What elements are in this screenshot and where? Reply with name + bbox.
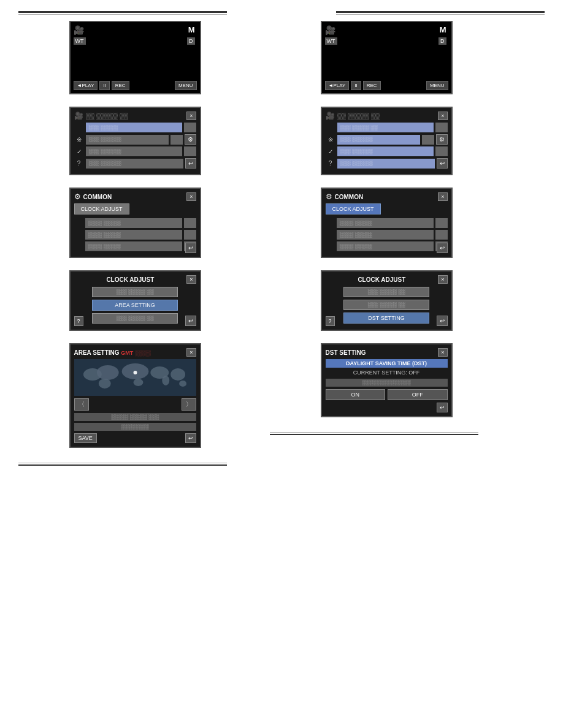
area-gmt-label: GMT xyxy=(121,350,133,356)
common-close-2[interactable]: × xyxy=(438,192,447,201)
area-save-btn[interactable]: SAVE xyxy=(74,433,97,443)
clock-adjust-btn-1[interactable]: CLOCK ADJUST xyxy=(74,203,129,214)
area-nav-left[interactable]: 〈 xyxy=(74,398,89,411)
pause-button-1[interactable]: II xyxy=(99,81,109,90)
common-item-2-1[interactable]: ░░░░ ░░░░░ xyxy=(337,218,434,228)
menu-item-2-1[interactable]: ░░░ ░░░░░ ░░ xyxy=(337,123,434,132)
menu-item-1-2[interactable]: ░░░ ░░░░░░ xyxy=(86,135,169,145)
dst-time-bar: ░░░░░░░░░░░░░░ xyxy=(326,379,448,387)
common-close-1[interactable]: × xyxy=(186,192,196,201)
menu-gear-2[interactable]: ⚙ xyxy=(436,134,448,145)
menu-item-2-3[interactable]: ░░░ ░░░░░░ xyxy=(337,146,434,156)
wt-label-1: WT xyxy=(74,37,86,45)
common-title-1: COMMON xyxy=(83,194,187,200)
mode-indicator-2: M xyxy=(440,25,446,34)
svg-point-5 xyxy=(133,379,143,386)
left-camera-panel-1: 🎥 M WT D ◄PLAY II REC MENU xyxy=(18,21,251,94)
menu-item-2-4[interactable]: ░░░ ░░░░░░ xyxy=(337,159,435,169)
menu-item-2-1b xyxy=(435,123,448,132)
play-button-2[interactable]: ◄PLAY xyxy=(325,81,350,90)
menu-close-1[interactable]: × xyxy=(186,112,196,120)
menu-button-1[interactable]: MENU xyxy=(175,81,197,90)
menu-side-q-1: ? xyxy=(74,160,84,167)
area-return-btn[interactable]: ↩ xyxy=(185,433,196,443)
play-button-1[interactable]: ◄PLAY xyxy=(74,81,98,90)
menu-item-1-3[interactable]: ░░░ ░░░░░░ xyxy=(86,146,182,156)
menu-item-1-1[interactable]: ░░░ ░░░░░ xyxy=(86,123,182,132)
pause-button-2[interactable]: II xyxy=(351,81,361,90)
common-return-2[interactable]: ↩ xyxy=(437,243,448,253)
area-location-1: ░░░░░ ░░░░░ ░░░ xyxy=(74,413,196,421)
clock-title-1: CLOCK ADJUST xyxy=(74,276,187,283)
common-return-1[interactable]: ↩ xyxy=(185,243,196,253)
common-gear-icon-2: ⚙ xyxy=(326,192,332,201)
svg-point-2 xyxy=(96,365,118,380)
clock-screen-1: CLOCK ADJUST × ░░░ ░░░░░ ░░ AREA SETTING… xyxy=(69,270,201,331)
menu-item-2-3b xyxy=(435,146,448,156)
common-item-1-3[interactable]: ░░░░ ░░░░░ xyxy=(85,241,182,251)
clock-title-2: CLOCK ADJUST xyxy=(326,276,439,283)
camera-icon-1: 🎥 xyxy=(74,25,84,35)
menu-close-2[interactable]: × xyxy=(438,112,447,120)
common-item-2-2b xyxy=(435,230,448,240)
right-dst-panel: DST SETTING × DAYLIGHT SAVING TIME (DST)… xyxy=(270,343,503,417)
svg-point-7 xyxy=(162,376,169,385)
menu-return-2[interactable]: ↩ xyxy=(437,158,448,169)
dst-return-btn[interactable]: ↩ xyxy=(437,403,448,412)
menu-side-hash-2: ※ xyxy=(326,136,335,143)
clock-help-1[interactable]: ? xyxy=(74,316,83,326)
area-nav: 〈 〉 xyxy=(74,398,196,411)
menu-button-2[interactable]: MENU xyxy=(426,81,448,90)
menu-side-hash-1: ※ xyxy=(74,136,84,143)
clock-item-2: ░░░ ░░░░░ ░░ xyxy=(92,313,178,324)
common-item-1-1[interactable]: ░░░░ ░░░░░ xyxy=(85,218,182,228)
menu-header-text-1: ░░ ░░░░░ ░░ xyxy=(86,113,187,119)
clock-help-2[interactable]: ? xyxy=(326,316,335,326)
area-close-btn[interactable]: × xyxy=(186,348,196,357)
menu-camera-icon-1: 🎥 xyxy=(74,112,83,120)
svg-point-10 xyxy=(133,371,137,374)
area-nav-right[interactable]: 〉 xyxy=(182,398,196,411)
menu-return-1[interactable]: ↩ xyxy=(185,158,196,169)
camera-screen-2: 🎥 M WT D ◄PLAY II REC MENU xyxy=(321,21,453,94)
clock-close-1[interactable]: × xyxy=(186,275,196,284)
clock-return-2[interactable]: ↩ xyxy=(437,316,448,326)
clock-adjust-btn-2[interactable]: CLOCK ADJUST xyxy=(326,203,381,214)
area-location-2: ░░░░░░░░ xyxy=(74,423,196,431)
common-item-1-2[interactable]: ░░░░ ░░░░░ xyxy=(85,230,182,240)
dst-screen: DST SETTING × DAYLIGHT SAVING TIME (DST)… xyxy=(321,343,453,417)
clock-item-1: ░░░ ░░░░░ ░░ xyxy=(92,287,178,297)
d-indicator-2: D xyxy=(439,37,446,45)
menu-side-q-2: ? xyxy=(326,160,335,167)
svg-point-8 xyxy=(170,368,185,381)
dst-off-button[interactable]: OFF xyxy=(388,389,448,400)
d-indicator-1: D xyxy=(187,37,195,45)
common-screen-1: ⚙ COMMON × CLOCK ADJUST ░░░░ ░░░░░ ░░░░ … xyxy=(69,188,201,258)
menu-item-2-2b xyxy=(422,135,434,145)
common-screen-2: ⚙ COMMON × CLOCK ADJUST ░░░░ ░░░░░ ░░░░ … xyxy=(321,188,453,258)
common-title-2: COMMON xyxy=(335,194,439,200)
dst-daylight-label: DAYLIGHT SAVING TIME (DST) xyxy=(326,359,448,368)
common-gear-icon-1: ⚙ xyxy=(74,192,81,201)
area-title: AREA SETTING GMT ░░░░ xyxy=(74,349,187,356)
area-setting-btn-1[interactable]: AREA SETTING xyxy=(92,300,178,311)
common-item-2-3[interactable]: ░░░░ ░░░░░ xyxy=(337,241,434,251)
menu-item-1-4[interactable]: ░░░ ░░░░░░ xyxy=(86,159,183,169)
dst-setting-btn[interactable]: DST SETTING xyxy=(343,313,429,324)
svg-point-9 xyxy=(179,381,186,387)
clock-close-2[interactable]: × xyxy=(438,275,447,284)
dst-title: DST SETTING xyxy=(326,349,439,356)
world-map xyxy=(74,359,196,396)
common-item-2-2[interactable]: ░░░░ ░░░░░ xyxy=(337,230,434,240)
wt-label-2: WT xyxy=(325,37,337,45)
rec-button-1[interactable]: REC xyxy=(112,81,129,90)
left-common-panel-1: ⚙ COMMON × CLOCK ADJUST ░░░░ ░░░░░ ░░░░ … xyxy=(18,188,251,258)
area-screen: AREA SETTING GMT ░░░░ × xyxy=(69,343,201,448)
rec-button-2[interactable]: REC xyxy=(363,81,381,90)
dst-on-button[interactable]: ON xyxy=(326,389,386,400)
dst-close-btn[interactable]: × xyxy=(438,348,447,357)
menu-item-1-3b xyxy=(184,146,196,156)
menu-item-2-2[interactable]: ░░░ ░░░░░░ xyxy=(337,135,420,145)
clock-return-1[interactable]: ↩ xyxy=(185,316,196,326)
menu-gear-1[interactable]: ⚙ xyxy=(185,134,196,145)
